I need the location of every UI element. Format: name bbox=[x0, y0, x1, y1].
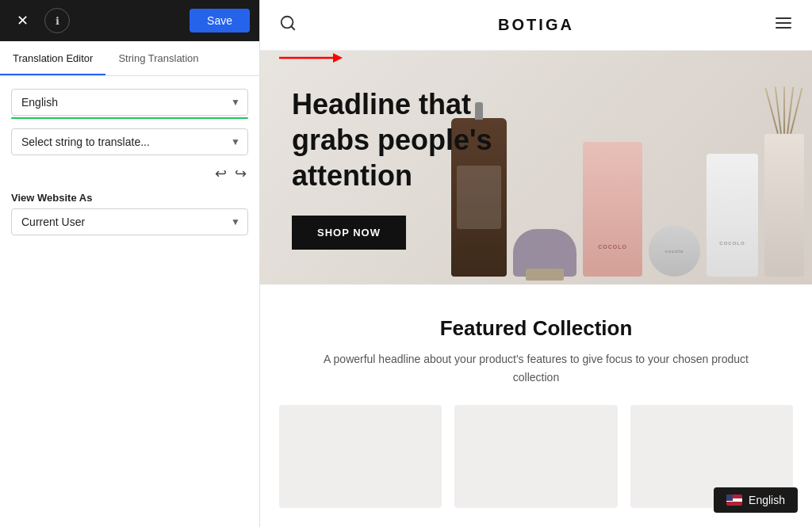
hamburger-icon[interactable] bbox=[774, 13, 793, 37]
tab-bar: Translation Editor String Translation bbox=[0, 41, 259, 76]
svg-marker-6 bbox=[333, 53, 343, 63]
diffuser-stick bbox=[783, 86, 785, 134]
language-underline bbox=[11, 117, 248, 119]
language-badge-label: English bbox=[749, 494, 785, 506]
product-diffuser bbox=[764, 134, 804, 277]
string-dropdown[interactable]: Select string to translate... bbox=[11, 128, 248, 155]
language-badge[interactable]: English bbox=[714, 487, 798, 513]
shop-now-button[interactable]: SHOP NOW bbox=[292, 216, 406, 250]
red-arrow-indicator bbox=[279, 51, 343, 68]
hero-section: Headline that grabs people's attention S… bbox=[260, 51, 812, 285]
featured-subtitle: A powerful headline about your product's… bbox=[322, 350, 750, 386]
tab-string-translation[interactable]: String Translation bbox=[105, 41, 211, 75]
featured-title: Featured Collection bbox=[279, 316, 793, 341]
hero-text: Headline that grabs people's attention S… bbox=[260, 55, 564, 281]
product-small-round bbox=[649, 225, 700, 277]
hero-products bbox=[536, 51, 812, 285]
string-dropdown-wrap: Select string to translate... ▼ bbox=[11, 128, 248, 155]
language-dropdown-wrap: English French German Spanish ▼ bbox=[11, 89, 248, 119]
product-card bbox=[454, 405, 617, 508]
right-content: BOTIGA Headline that grabs people's atte… bbox=[260, 0, 812, 527]
view-website-label: View Website As bbox=[11, 192, 248, 204]
language-dropdown[interactable]: English French German Spanish bbox=[11, 89, 248, 116]
flag-icon bbox=[726, 495, 742, 506]
save-button[interactable]: Save bbox=[190, 9, 250, 32]
site-nav: BOTIGA bbox=[260, 0, 812, 51]
product-tall-white bbox=[707, 154, 758, 277]
site-header: BOTIGA bbox=[260, 0, 812, 51]
panel-body: English French German Spanish ▼ Select s… bbox=[0, 76, 259, 527]
hero-headline: Headline that grabs people's attention bbox=[292, 86, 532, 193]
view-as-dropdown[interactable]: Current User Guest Administrator bbox=[11, 208, 248, 235]
svg-line-1 bbox=[291, 26, 294, 29]
site-logo: BOTIGA bbox=[498, 16, 574, 34]
tab-translation-editor[interactable]: Translation Editor bbox=[0, 41, 105, 75]
undo-redo-bar: ↩ ↪ bbox=[11, 165, 248, 182]
product-pink-jar bbox=[583, 142, 642, 277]
left-panel: ✕ ℹ Save Translation Editor String Trans… bbox=[0, 0, 260, 527]
close-button[interactable]: ✕ bbox=[10, 8, 35, 33]
diffuser-sticks bbox=[777, 86, 791, 134]
product-card bbox=[279, 405, 442, 508]
view-website-section: View Website As Current User Guest Admin… bbox=[11, 192, 248, 235]
top-bar: ✕ ℹ Save bbox=[0, 0, 259, 41]
undo-button[interactable]: ↩ bbox=[215, 165, 227, 182]
search-icon[interactable] bbox=[279, 14, 297, 36]
redo-button[interactable]: ↪ bbox=[235, 165, 247, 182]
info-button[interactable]: ℹ bbox=[44, 8, 70, 33]
